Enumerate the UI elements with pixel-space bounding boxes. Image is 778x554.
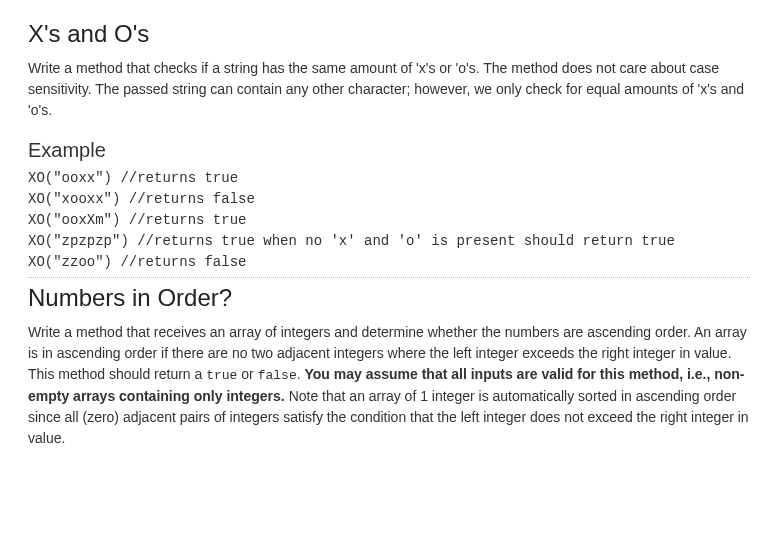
section-divider bbox=[28, 277, 750, 278]
example-heading: Example bbox=[28, 139, 750, 162]
desc-part2: or bbox=[237, 366, 257, 382]
section-description-numbers: Write a method that receives an array of… bbox=[28, 322, 750, 449]
inline-code-true: true bbox=[206, 368, 237, 383]
document-page: X's and O's Write a method that checks i… bbox=[0, 0, 778, 475]
example-code-block: XO("ooxx") //returns true XO("xooxx") //… bbox=[28, 168, 750, 273]
section-description-xo: Write a method that checks if a string h… bbox=[28, 58, 750, 121]
section-title-numbers: Numbers in Order? bbox=[28, 284, 750, 312]
section-title-xo: X's and O's bbox=[28, 20, 750, 48]
inline-code-false: false bbox=[258, 368, 297, 383]
